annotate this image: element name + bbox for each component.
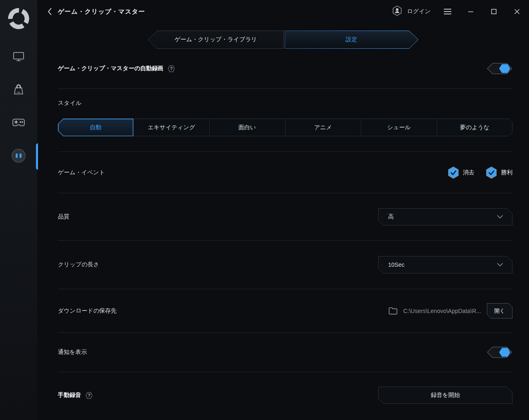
style-option-label: 面白い [238,124,256,131]
style-button-group: 自動 エキサイティング 面白い アニメ シュール [58,119,512,136]
settings-content: ゲーム・クリップ・マスターの自動録画 ? [37,49,529,420]
sidebar-item-store[interactable] [0,82,37,99]
notifications-label: 通知を表示 [58,349,87,356]
minimize-button[interactable] [465,5,477,18]
minimize-icon [468,9,474,14]
style-option-dreamy[interactable]: 夢のような [437,119,513,136]
active-nav-indicator [36,143,38,170]
login-button[interactable]: ログイン [391,5,431,18]
notifications-toggle[interactable] [487,346,512,358]
style-option-label: エキサイティング [148,124,195,131]
download-path-group: C:\Users\Lenovo\AppData\R... 開く [388,303,512,319]
chevron-down-icon [497,215,503,219]
titlebar-right: ログイン [391,5,523,18]
checkbox-victory[interactable]: 勝利 [486,166,512,179]
folder-icon [388,307,398,315]
open-button-label: 開く [487,303,512,319]
svg-text:?: ? [170,66,173,71]
shopping-bag-icon [13,83,24,97]
style-option-surreal[interactable]: シュール [361,119,437,136]
quality-label: 品質 [58,213,69,221]
style-option-funny[interactable]: 面白い [209,119,285,136]
sidebar-item-display[interactable] [0,49,37,66]
checkbox-label: 勝利 [501,169,512,176]
game-event-options: 消去 勝利 [448,166,512,179]
tab-label: ゲーム・クリップ・ライブラリ [174,36,257,43]
app-logo-icon [7,7,31,31]
svg-text:?: ? [88,393,90,398]
style-option-exciting[interactable]: エキサイティング [133,119,210,136]
gamepad-icon [12,118,25,129]
page-title: ゲーム・クリップ・マスター [58,8,145,16]
row-manual-record: 手動録音 ? 録音を開始 [58,372,512,418]
row-game-event: ゲーム・イベント 消去 勝利 [58,152,512,193]
manual-record-label-text: 手動録音 [58,392,81,399]
clip-master-icon [11,148,26,165]
open-folder-button[interactable]: 開く [487,303,512,319]
maximize-icon [491,9,497,14]
tab-label: 設定 [346,36,357,43]
checkbox-erase[interactable]: 消去 [448,166,474,179]
game-event-label: ゲーム・イベント [58,169,105,176]
download-path-value: C:\Users\Lenovo\AppData\R... [403,308,481,314]
main-area: ゲーム・クリップ・マスター ログイン [37,0,529,420]
style-option-label: 自動 [90,124,101,131]
tab-bar: ゲーム・クリップ・ライブラリ 設定 [37,31,529,49]
manual-record-label: 手動録音 ? [58,392,93,399]
login-label: ログイン [407,8,431,15]
chevron-down-icon [497,263,503,267]
row-download-path: ダウンロードの保存先 C:\Users\Lenovo\AppData\R... … [58,289,512,333]
back-button[interactable] [47,7,53,16]
close-button[interactable] [511,5,523,18]
monitor-icon [12,51,25,64]
user-avatar-icon [391,5,403,18]
checkbox-checked-icon [486,166,497,179]
quality-select[interactable]: 高 [378,208,512,225]
clip-length-label: クリップの長さ [58,261,99,268]
start-recording-button[interactable]: 録音を開始 [378,387,512,404]
row-quality: 品質 高 [58,193,512,241]
style-option-label: 夢のような [460,124,489,131]
style-section: スタイル 自動 エキサイティング 面白い [58,89,512,152]
tab-game-clip-library[interactable]: ゲーム・クリップ・ライブラリ [148,31,284,49]
checkbox-label: 消去 [463,169,474,176]
toggle-on-icon [487,63,512,74]
help-icon[interactable]: ? [167,65,175,73]
sidebar-item-clip-master[interactable] [0,148,37,165]
titlebar-left: ゲーム・クリップ・マスター [47,7,145,16]
row-auto-record: ゲーム・クリップ・マスターの自動録画 ? [58,49,512,89]
start-recording-label: 録音を開始 [378,387,512,404]
hamburger-icon [443,8,452,15]
toggle-on-icon [487,346,512,358]
sidebar-nav [0,49,37,165]
app-window: ゲーム・クリップ・マスター ログイン [0,0,529,420]
menu-button[interactable] [441,5,454,18]
sidebar-item-games[interactable] [0,115,37,132]
help-icon[interactable]: ? [85,392,93,399]
download-path-label: ダウンロードの保存先 [58,307,117,315]
maximize-button[interactable] [488,5,500,18]
style-label: スタイル [58,100,512,107]
tab-settings[interactable]: 設定 [285,31,419,49]
close-icon [514,9,520,14]
style-option-anime[interactable]: アニメ [285,119,361,136]
clip-length-select[interactable]: 10Sec [378,256,512,273]
auto-record-toggle[interactable] [487,63,512,74]
style-option-label: アニメ [314,124,332,131]
row-clip-length: クリップの長さ 10Sec [58,241,512,289]
style-option-label: シュール [387,124,411,131]
clip-length-value: 10Sec [388,261,405,268]
row-notifications: 通知を表示 [58,333,512,372]
style-option-auto[interactable]: 自動 [58,119,133,136]
checkbox-checked-icon [448,166,459,179]
auto-record-label: ゲーム・クリップ・マスターの自動録画 ? [58,65,175,73]
sidebar [0,0,37,420]
titlebar: ゲーム・クリップ・マスター ログイン [37,0,529,23]
quality-value: 高 [388,213,394,221]
auto-record-label-text: ゲーム・クリップ・マスターの自動録画 [58,65,163,72]
